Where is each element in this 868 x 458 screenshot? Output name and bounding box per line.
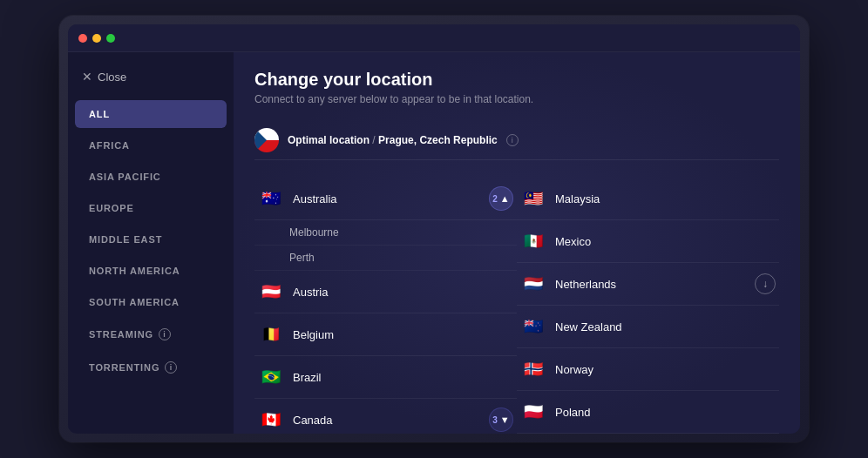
streaming-info-icon[interactable]: i [159,328,171,340]
server-name-brazil: Brazil [293,371,513,384]
server-row-australia[interactable]: 🇦🇺 Australia 2 ▲ [254,178,517,220]
sidebar-item-africa-label: AFRICA [89,140,130,151]
server-name-new-zealand: New Zealand [555,320,776,333]
canada-count: 3 [492,415,498,425]
sidebar-item-africa[interactable]: AFRICA [75,131,227,159]
optimal-text: Optimal location / Prague, Czech Republi… [288,134,498,146]
server-row-canada[interactable]: 🇨🇦 Canada 3 ▼ [254,399,517,434]
server-name-norway: Norway [555,363,776,376]
server-sub-perth[interactable]: Perth [254,246,517,271]
minimize-traffic-light[interactable] [92,34,101,43]
server-name-netherlands: Netherlands [555,278,746,291]
flag-belgium: 🇧🇪 [258,321,284,347]
close-icon: ✕ [82,70,92,84]
optimal-info-icon[interactable]: i [506,134,519,146]
optimal-location-row[interactable]: Optimal location / Prague, Czech Republi… [254,121,779,160]
sidebar-item-all[interactable]: ALL [75,100,227,128]
main-content: Change your location Connect to any serv… [234,52,800,434]
close-traffic-light[interactable] [78,34,87,43]
sidebar-item-all-label: ALL [89,109,110,119]
server-row-malaysia[interactable]: 🇲🇾 Malaysia [517,178,779,220]
server-name-canada: Canada [293,414,480,427]
flag-poland: 🇵🇱 [520,399,546,425]
perth-label: Perth [289,252,315,264]
expand-australia[interactable]: 2 ▲ [489,186,513,211]
server-row-netherlands[interactable]: 🇳🇱 Netherlands ↓ [517,263,779,306]
server-row-poland[interactable]: 🇵🇱 Poland [517,391,779,434]
sidebar-item-streaming-label: STREAMING [89,329,153,340]
sidebar-item-streaming[interactable]: STREAMING i [75,320,227,349]
flag-austria: 🇦🇹 [258,279,284,305]
right-column: 🇲🇾 Malaysia 🇲🇽 Mexico 🇳🇱 Netherlands [517,178,779,434]
sidebar-item-europe-label: EUROPE [89,203,134,213]
sidebar-item-torrenting-label: TORRENTING [89,362,159,373]
server-row-belgium[interactable]: 🇧🇪 Belgium [254,313,517,356]
flag-brazil: 🇧🇷 [258,364,284,390]
flag-new-zealand: 🇳🇿 [520,313,546,340]
server-name-belgium: Belgium [293,328,513,341]
flag-norway: 🇳🇴 [520,356,546,382]
australia-count: 2 [492,194,498,204]
close-button[interactable]: ✕ Close [68,63,234,91]
sidebar-item-north-america[interactable]: NORTH AMERICA [75,257,227,285]
app-container: ✕ Close ALL AFRICA ASIA PACIFIC EUROPE M… [68,52,800,434]
expand-canada[interactable]: 3 ▼ [489,407,513,432]
server-sub-melbourne[interactable]: Melbourne [254,220,517,246]
server-name-australia: Australia [293,192,480,205]
server-name-mexico: Mexico [555,235,776,248]
page-subtitle: Connect to any server below to appear to… [254,93,779,105]
optimal-location: Prague, Czech Republic [378,134,498,146]
flag-netherlands: 🇳🇱 [520,271,546,297]
laptop-frame: ✕ Close ALL AFRICA ASIA PACIFIC EUROPE M… [59,16,809,442]
server-row-norway[interactable]: 🇳🇴 Norway [517,348,779,391]
flag-australia: 🇦🇺 [258,185,284,212]
app-window: ✕ Close ALL AFRICA ASIA PACIFIC EUROPE M… [68,24,800,434]
server-row-austria[interactable]: 🇦🇹 Austria [254,271,517,313]
sidebar-item-asia-pacific[interactable]: ASIA PACIFIC [75,163,227,191]
chevron-up-icon: ▲ [500,193,510,204]
close-label: Close [98,71,126,84]
sidebar-item-middle-east-label: MIDDLE EAST [89,234,162,245]
server-row-new-zealand[interactable]: 🇳🇿 New Zealand [517,306,779,348]
sidebar-item-middle-east[interactable]: MIDDLE EAST [75,226,227,253]
server-row-mexico[interactable]: 🇲🇽 Mexico [517,220,779,263]
left-column: 🇦🇺 Australia 2 ▲ Melbourne Perth [254,178,517,434]
sidebar-item-south-america[interactable]: SOUTH AMERICA [75,288,227,316]
flag-mexico: 🇲🇽 [520,228,546,254]
optimal-label: Optimal location [288,134,370,146]
flag-malaysia: 🇲🇾 [520,185,546,212]
sidebar: ✕ Close ALL AFRICA ASIA PACIFIC EUROPE M… [68,52,234,434]
chevron-down-icon: ▼ [500,414,510,425]
page-title: Change your location [254,70,779,90]
maximize-traffic-light[interactable] [106,34,115,43]
server-name-austria: Austria [293,286,513,299]
sidebar-item-south-america-label: SOUTH AMERICA [89,297,180,307]
server-name-malaysia: Malaysia [555,192,776,205]
server-row-brazil[interactable]: 🇧🇷 Brazil [254,356,517,399]
optimal-flag [254,128,279,152]
torrenting-info-icon[interactable]: i [165,361,177,374]
server-grid: 🇦🇺 Australia 2 ▲ Melbourne Perth [254,178,779,434]
flag-canada: 🇨🇦 [258,407,284,433]
melbourne-label: Melbourne [289,226,339,239]
sidebar-item-torrenting[interactable]: TORRENTING i [75,353,227,382]
server-name-poland: Poland [555,406,776,419]
sidebar-item-asia-pacific-label: ASIA PACIFIC [89,172,161,182]
sidebar-item-europe[interactable]: EUROPE [75,194,227,222]
download-netherlands[interactable]: ↓ [755,273,776,294]
traffic-lights [78,34,115,43]
title-bar [68,24,800,52]
sidebar-item-north-america-label: NORTH AMERICA [89,266,180,276]
